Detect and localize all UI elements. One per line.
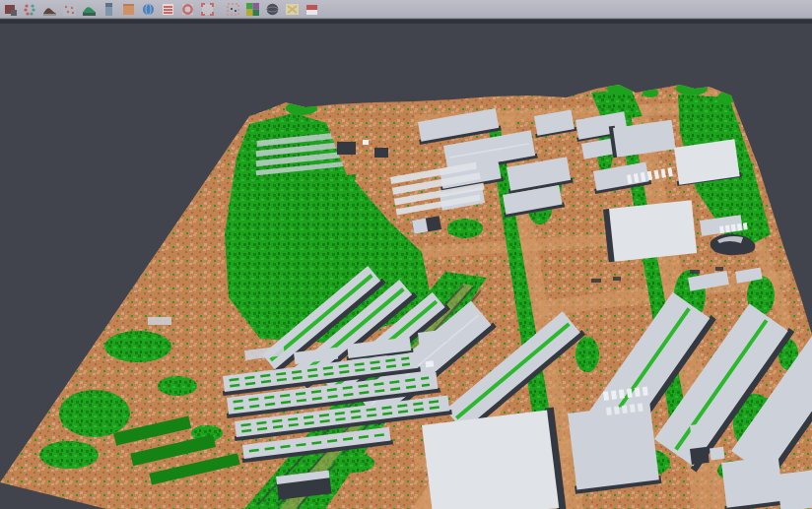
crop-corners-icon[interactable] [199, 1, 215, 17]
striped-layers-icon[interactable] [160, 1, 175, 17]
vegetation-mound-icon[interactable] [81, 1, 97, 17]
globe-icon[interactable] [140, 1, 156, 17]
dashed-selection-icon[interactable] [225, 1, 240, 17]
profile-column-icon[interactable] [101, 1, 116, 17]
toolbar [0, 0, 812, 19]
measure-cross-icon[interactable] [284, 1, 300, 17]
blocks-icon[interactable] [2, 1, 18, 17]
terrain-mound-icon[interactable] [41, 1, 57, 17]
orthophoto-icon[interactable] [120, 1, 136, 17]
point-grid-icon[interactable] [61, 1, 77, 17]
application-window [0, 0, 812, 509]
classification-colors-icon[interactable] [244, 1, 260, 17]
flag-stripes-icon[interactable] [304, 1, 319, 17]
circle-ring-icon[interactable] [179, 1, 195, 17]
viewport-3d-scene[interactable] [0, 24, 812, 509]
mesh-sphere-icon[interactable] [264, 1, 280, 17]
scatter-points-icon[interactable] [22, 1, 37, 17]
